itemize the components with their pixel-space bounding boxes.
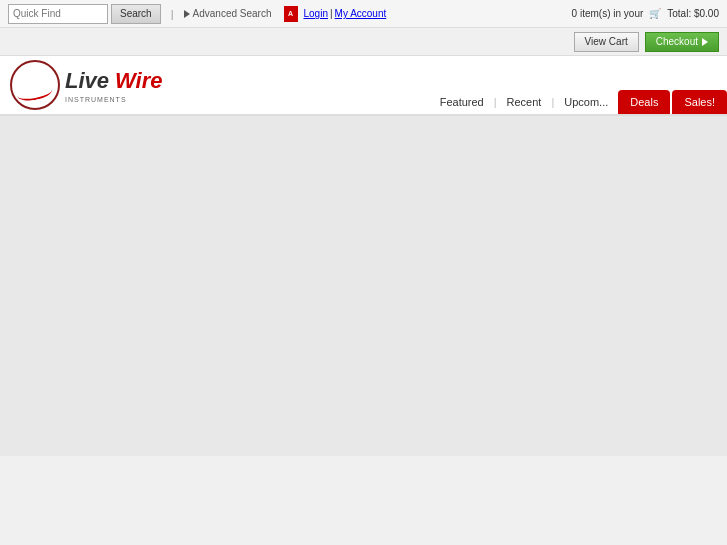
logo-live-text: Live: [65, 68, 109, 94]
login-section: Login | My Account: [304, 8, 387, 19]
tab-upcoming[interactable]: Upcom...: [554, 90, 618, 114]
checkout-arrow-icon: [702, 38, 708, 46]
separator-2: |: [330, 8, 333, 19]
main-content: [0, 116, 727, 456]
separator-1: |: [171, 8, 174, 20]
tab-featured[interactable]: Featured: [430, 90, 494, 114]
checkout-button[interactable]: Checkout: [645, 32, 719, 52]
tab-recent[interactable]: Recent: [497, 90, 552, 114]
logo-wire-text: Wire: [115, 70, 162, 92]
header: Live Wire INSTRUMENTS Featured | Recent …: [0, 56, 727, 116]
tab-sales[interactable]: Sales!: [672, 90, 727, 114]
logo: Live Wire INSTRUMENTS: [10, 60, 163, 110]
tab-deals[interactable]: Deals: [618, 90, 670, 114]
cart-total-text: Total: $0.00: [667, 8, 719, 19]
top-bar: Search | Advanced Search A Login | My Ac…: [0, 0, 727, 28]
view-cart-button[interactable]: View Cart: [574, 32, 639, 52]
advanced-search-link[interactable]: Advanced Search: [184, 8, 272, 19]
nav-tabs: Featured | Recent | Upcom... Deals Sales…: [430, 90, 727, 114]
advanced-search-label: Advanced Search: [193, 8, 272, 19]
search-button[interactable]: Search: [111, 4, 161, 24]
search-form: Search: [8, 4, 161, 24]
cart-section: 0 item(s) in your 🛒 Total: $0.00: [572, 8, 719, 19]
cart-icon: 🛒: [649, 8, 661, 19]
pdf-icon[interactable]: A: [284, 6, 298, 22]
login-link[interactable]: Login: [304, 8, 328, 19]
checkout-label: Checkout: [656, 36, 698, 47]
footer-area: [0, 456, 727, 545]
play-icon: [184, 10, 190, 18]
second-bar: View Cart Checkout: [0, 28, 727, 56]
my-account-link[interactable]: My Account: [335, 8, 387, 19]
quick-find-input[interactable]: [8, 4, 108, 24]
cart-items-text: 0 item(s) in your: [572, 8, 644, 19]
logo-circle: [10, 60, 60, 110]
logo-subtext: INSTRUMENTS: [65, 96, 163, 103]
